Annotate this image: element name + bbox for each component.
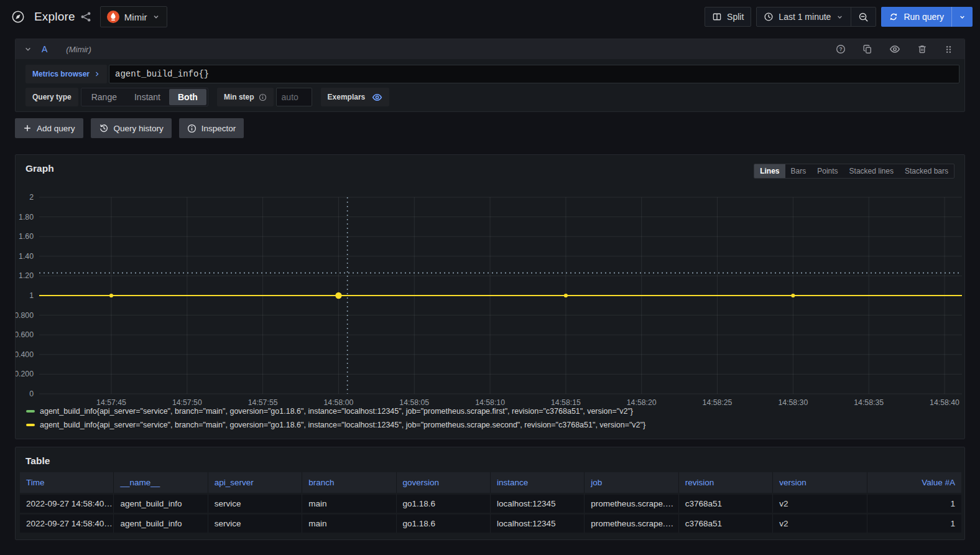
duplicate-query-icon[interactable]	[860, 42, 875, 57]
column-header-revision[interactable]: revision	[679, 472, 773, 493]
query-editor-panel: A (Mimir) ?	[15, 39, 965, 112]
x-axis-tick-label: 14:57:50	[172, 398, 202, 407]
column-header-time[interactable]: Time	[20, 472, 114, 493]
info-circle-icon	[187, 124, 196, 133]
datasource-label: Mimir	[124, 12, 147, 22]
query-datasource-hint: (Mimir)	[66, 45, 91, 54]
collapse-chevron-icon[interactable]	[24, 45, 32, 53]
table-cell: service	[208, 513, 302, 533]
table-cell: localhost:12345	[491, 513, 585, 533]
datasource-picker[interactable]: Mimir	[100, 6, 168, 27]
remove-query-trash-icon[interactable]	[915, 42, 930, 57]
series-point	[335, 292, 341, 299]
info-circle-icon	[259, 93, 267, 101]
min-step-label-chip: Min step	[217, 88, 274, 106]
table-cell: main	[302, 493, 396, 513]
run-query-dropdown[interactable]	[951, 7, 973, 27]
table-cell: c3768a51	[679, 493, 773, 513]
column-header-version[interactable]: version	[773, 472, 867, 493]
table-panel-title: Table	[25, 455, 50, 467]
table-cell: agent_build_info	[114, 513, 208, 533]
y-axis-tick-label: 1.40	[19, 252, 34, 261]
explore-compass-icon	[8, 7, 28, 27]
series-point	[564, 294, 568, 297]
run-query-button[interactable]: Run query	[881, 7, 973, 27]
y-axis-tick-label: 0.800	[16, 311, 34, 320]
table-cell: 2022-09-27 14:58:40…	[20, 493, 114, 513]
query-type-instant[interactable]: Instant	[126, 89, 169, 105]
zoom-out-icon	[858, 12, 869, 22]
exemplars-eye-icon[interactable]	[369, 92, 382, 103]
legend-item[interactable]: agent_build_info{api_server="service", b…	[26, 406, 645, 416]
table-panel: Table Time__name__api_serverbranchgovers…	[15, 447, 965, 540]
time-range-picker[interactable]: Last 1 minute	[757, 7, 851, 26]
table-cell: prometheus.scrape.…	[585, 493, 678, 513]
x-axis-tick-label: 14:58:00	[324, 398, 354, 407]
y-axis-tick-label: 1.80	[19, 213, 34, 222]
query-row-header[interactable]: A (Mimir) ?	[16, 39, 964, 59]
graph-mode-bars[interactable]: Bars	[785, 164, 812, 178]
inspector-button[interactable]: Inspector	[179, 118, 244, 138]
split-label: Split	[727, 12, 744, 22]
column-header-job[interactable]: job	[585, 472, 678, 493]
min-step-input[interactable]	[276, 88, 312, 106]
query-history-label: Query history	[114, 124, 164, 133]
y-axis-tick-label: 0	[29, 389, 34, 398]
graph-mode-points[interactable]: Points	[811, 164, 843, 178]
table-cell: c3768a51	[679, 513, 773, 533]
x-axis-tick-label: 14:57:45	[96, 398, 126, 407]
graph-mode-lines[interactable]: Lines	[754, 164, 785, 178]
query-type-range[interactable]: Range	[83, 89, 126, 105]
time-picker-group: Last 1 minute	[756, 7, 876, 27]
x-axis-tick-label: 14:58:35	[854, 398, 884, 407]
query-history-button[interactable]: Query history	[91, 118, 172, 138]
graph-plot-area[interactable]: 21.801.601.401.2010.8000.6000.4000.20001…	[16, 155, 966, 440]
graph-legend: agent_build_info{api_server="service", b…	[26, 406, 645, 430]
legend-swatch-icon	[26, 424, 35, 426]
series-point	[791, 294, 795, 297]
prometheus-flame-icon	[107, 11, 119, 23]
graph-panel: Graph LinesBarsPointsStacked linesStacke…	[15, 154, 965, 439]
help-icon[interactable]: ?	[833, 42, 848, 57]
graph-mode-stacked-bars[interactable]: Stacked bars	[899, 164, 954, 178]
chevron-right-icon	[94, 71, 100, 77]
x-axis-tick-label: 14:58:10	[475, 398, 505, 407]
y-axis-tick-label: 2	[29, 193, 34, 202]
x-axis-tick-label: 14:58:15	[551, 398, 581, 407]
query-ref-id: A	[42, 44, 47, 54]
refresh-icon	[889, 12, 899, 22]
column-header-goversion[interactable]: goversion	[397, 472, 491, 493]
exemplars-label: Exemplars	[328, 93, 366, 101]
column-header-api-server[interactable]: api_server	[208, 472, 302, 493]
legend-swatch-icon	[26, 410, 35, 413]
metrics-browser-button[interactable]: Metrics browser	[25, 65, 107, 83]
drag-handle-icon[interactable]	[941, 42, 956, 57]
zoom-out-button[interactable]	[851, 7, 876, 26]
metrics-browser-label: Metrics browser	[32, 70, 90, 78]
promql-query-input[interactable]	[109, 65, 959, 83]
y-axis-tick-label: 1	[29, 291, 34, 300]
share-icon[interactable]	[78, 9, 94, 25]
table-cell: v2	[773, 493, 867, 513]
table-cell: 2022-09-27 14:58:40…	[20, 513, 114, 533]
min-step-label: Min step	[224, 93, 254, 101]
hide-response-eye-icon[interactable]	[887, 41, 903, 57]
table-cell: localhost:12345	[491, 493, 585, 513]
column-header-value-a[interactable]: Value #A	[867, 472, 961, 493]
graph-mode-stacked-lines[interactable]: Stacked lines	[844, 164, 899, 178]
x-axis-tick-label: 14:58:20	[627, 398, 657, 407]
explore-actions: Add query Query history Inspector	[15, 118, 244, 138]
history-icon	[99, 123, 109, 133]
add-query-button[interactable]: Add query	[15, 118, 83, 138]
query-type-both[interactable]: Both	[169, 89, 206, 105]
y-axis-tick-label: 0.600	[16, 330, 34, 339]
legend-item[interactable]: agent_build_info{api_server="service", b…	[26, 420, 645, 430]
column-header--name-[interactable]: __name__	[114, 472, 208, 493]
column-header-branch[interactable]: branch	[302, 472, 396, 493]
table-cell: 1	[867, 493, 961, 513]
page-title: Explore	[34, 10, 75, 24]
split-button[interactable]: Split	[705, 7, 751, 27]
graph-mode-toggle: LinesBarsPointsStacked linesStacked bars	[754, 164, 955, 179]
table-cell: prometheus.scrape.…	[585, 513, 678, 533]
column-header-instance[interactable]: instance	[491, 472, 585, 493]
